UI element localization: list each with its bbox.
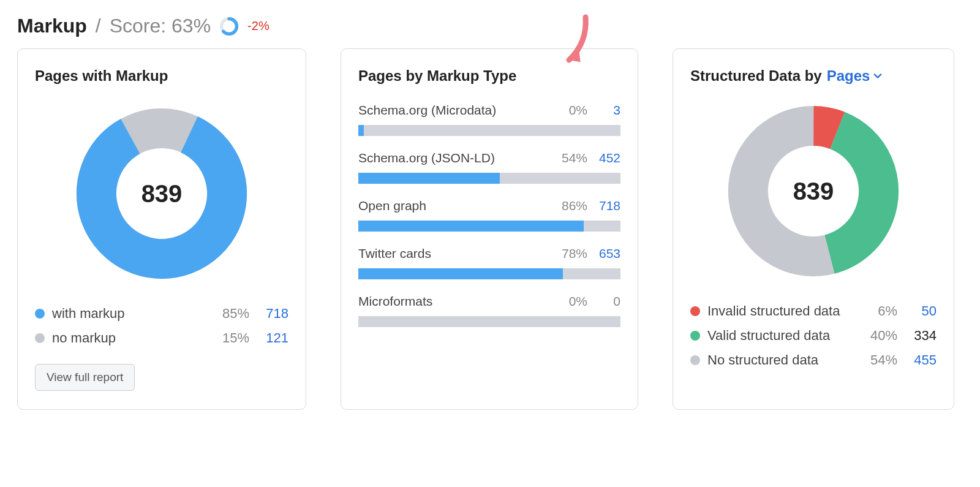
- bar-count[interactable]: 718: [596, 198, 620, 213]
- bar-fill: [358, 221, 584, 232]
- bar-count: 0: [596, 294, 620, 309]
- legend-label: with markup: [52, 306, 208, 322]
- bar-count[interactable]: 3: [596, 103, 620, 118]
- bar-label: Twitter cards: [358, 246, 562, 261]
- legend-label: no markup: [52, 330, 208, 346]
- legend-swatch: [35, 309, 45, 319]
- separator: /: [96, 15, 101, 37]
- bar-item: Open graph86%718: [358, 198, 620, 232]
- dropdown-pages[interactable]: Pages: [827, 67, 883, 85]
- bar-track: [358, 125, 620, 136]
- card-structured-data: Structured Data by Pages 839 Invalid str…: [673, 48, 954, 410]
- legend-percent: 54%: [856, 352, 897, 368]
- bar-label: Open graph: [358, 198, 562, 213]
- bar-count[interactable]: 653: [596, 246, 620, 261]
- legend-row: no markup15%121: [35, 326, 288, 350]
- bar-item: Schema.org (Microdata)0%3: [358, 103, 620, 136]
- bar-percent: 0%: [569, 294, 587, 309]
- bar-percent: 78%: [562, 246, 587, 261]
- legend-swatch: [690, 355, 700, 365]
- bar-track: [358, 221, 620, 232]
- bar-percent: 86%: [562, 198, 587, 213]
- bar-label: Schema.org (JSON-LD): [358, 151, 562, 165]
- bar-percent: 0%: [569, 103, 587, 118]
- score-delta: -2%: [247, 19, 270, 33]
- legend-count: 334: [897, 328, 937, 344]
- legend-count[interactable]: 718: [249, 306, 288, 322]
- legend-swatch: [690, 331, 700, 341]
- card-pages-with-markup: Pages with Markup 839 with markup85%718n…: [17, 48, 306, 410]
- bar-track: [358, 268, 620, 279]
- legend-label: No structured data: [707, 352, 856, 368]
- legend-percent: 6%: [856, 303, 897, 319]
- legend-percent: 85%: [208, 306, 249, 322]
- score-label: Score: 63%: [110, 15, 211, 37]
- page-header: Markup / Score: 63% -2%: [17, 15, 963, 37]
- legend-label: Invalid structured data: [707, 303, 856, 319]
- legend-row: Invalid structured data6%50: [690, 299, 937, 323]
- donut-center-value: 839: [793, 178, 834, 205]
- legend-row: No structured data54%455: [690, 348, 937, 372]
- legend-count[interactable]: 50: [897, 303, 937, 319]
- card-pages-by-markup-type: Pages by Markup Type Schema.org (Microda…: [341, 48, 638, 410]
- donut-center-value: 839: [141, 180, 183, 208]
- legend-percent: 15%: [208, 330, 249, 346]
- bar-label: Schema.org (Microdata): [358, 103, 569, 118]
- page-title: Markup: [17, 15, 87, 37]
- legend-swatch: [690, 306, 700, 316]
- legend-row: with markup85%718: [35, 301, 288, 326]
- bar-count[interactable]: 452: [596, 151, 620, 165]
- legend-swatch: [35, 333, 45, 343]
- legend-label: Valid structured data: [707, 328, 856, 344]
- score-ring-icon: [219, 17, 239, 36]
- legend-count[interactable]: 121: [249, 330, 288, 346]
- donut-chart-left: 839: [71, 103, 252, 284]
- bar-item: Microformats0%0: [358, 294, 620, 327]
- chevron-down-icon: [873, 72, 882, 80]
- legend-row: Valid structured data40%334: [690, 323, 937, 348]
- bar-track: [358, 316, 620, 327]
- bar-percent: 54%: [562, 151, 587, 165]
- legend-count[interactable]: 455: [897, 352, 937, 368]
- bar-track: [358, 173, 620, 184]
- view-full-report-button[interactable]: View full report: [35, 364, 135, 391]
- cards-row: Pages with Markup 839 with markup85%718n…: [17, 48, 963, 410]
- bar-label: Microformats: [358, 294, 569, 309]
- bar-fill: [358, 125, 364, 136]
- bar-fill: [358, 173, 500, 184]
- card-title: Pages by Markup Type: [358, 67, 620, 85]
- bar-item: Twitter cards78%653: [358, 246, 620, 279]
- legend-percent: 40%: [856, 328, 897, 344]
- card-title: Pages with Markup: [35, 67, 288, 85]
- donut-chart-right: 839: [723, 100, 904, 282]
- card-title: Structured Data by Pages: [690, 67, 937, 85]
- bar-item: Schema.org (JSON-LD)54%452: [358, 151, 620, 184]
- bar-fill: [358, 268, 563, 279]
